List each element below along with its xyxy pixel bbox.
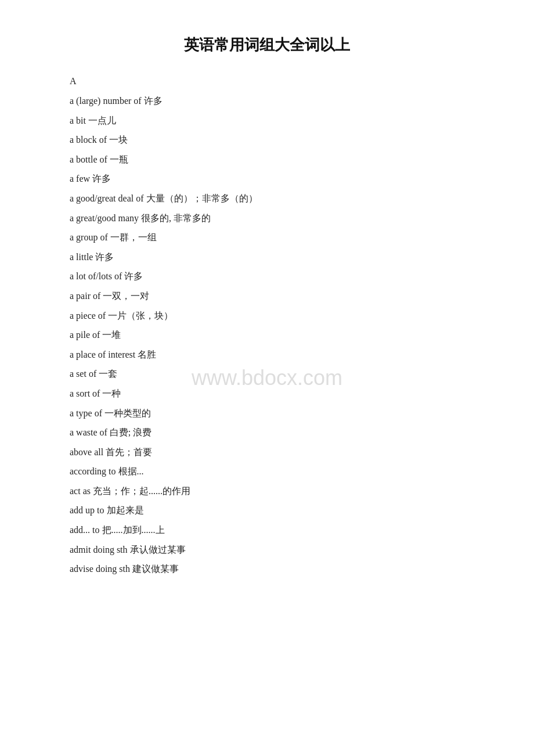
phrase-item: a sort of 一种 (70, 385, 464, 402)
phrase-item: a block of 一块 (70, 131, 464, 149)
phrase-item: admit doing sth 承认做过某事 (70, 541, 464, 559)
phrase-item: a (large) number of 许多 (70, 92, 464, 110)
phrase-item: according to 根据... (70, 463, 464, 480)
phrase-item: a place of interest 名胜 (70, 346, 464, 363)
phrase-item: a few 许多 (70, 170, 464, 188)
page-title: 英语常用词组大全词以上 (70, 35, 464, 55)
phrase-item: a pair of 一双，一对 (70, 287, 464, 305)
phrase-item: advise doing sth 建议做某事 (70, 560, 464, 578)
phrase-item: a good/great deal of 大量（的）；非常多（的） (70, 190, 464, 207)
phrase-item: a great/good many 很多的, 非常多的 (70, 210, 464, 227)
phrase-item: a lot of/lots of 许多 (70, 268, 464, 285)
phrase-item: act as 充当；作；起......的作用 (70, 483, 464, 500)
section-letter-a: A (70, 76, 464, 87)
phrase-item: a type of 一种类型的 (70, 405, 464, 422)
phrase-item: a pile of 一堆 (70, 326, 464, 344)
phrase-list-a: a (large) number of 许多a bit 一点儿a block o… (70, 92, 464, 578)
phrase-item: above all 首先；首要 (70, 444, 464, 461)
section-a: A a (large) number of 许多a bit 一点儿a block… (70, 76, 464, 578)
phrase-item: a bit 一点儿 (70, 112, 464, 129)
phrase-item: a waste of 白费; 浪费 (70, 424, 464, 441)
phrase-item: a little 许多 (70, 249, 464, 266)
phrase-item: a set of 一套 (70, 365, 464, 383)
phrase-item: a piece of 一片（张，块） (70, 307, 464, 325)
phrase-item: a bottle of 一瓶 (70, 151, 464, 168)
phrase-item: add... to 把.....加到......上 (70, 521, 464, 539)
phrase-item: a group of 一群，一组 (70, 229, 464, 246)
phrase-item: add up to 加起来是 (70, 502, 464, 519)
